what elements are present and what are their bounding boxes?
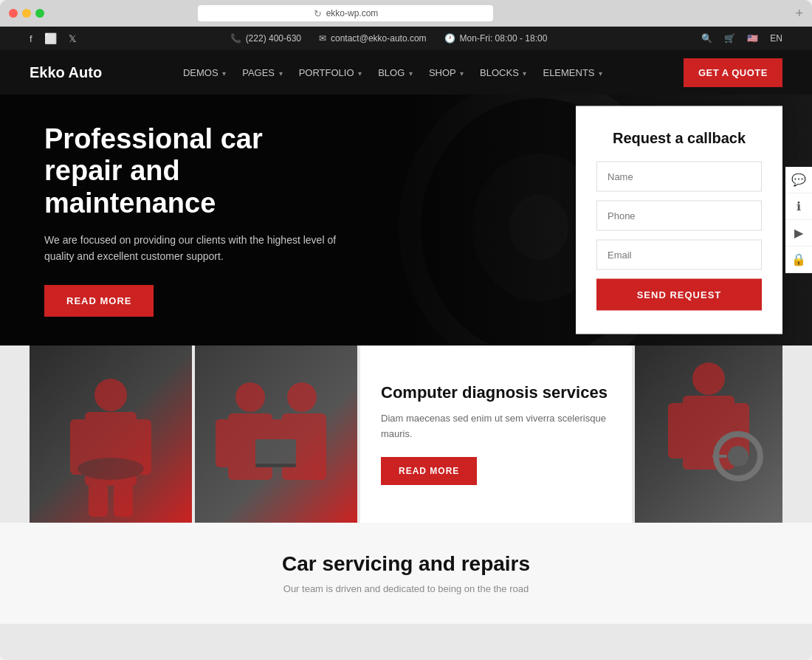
hero-content: Professional car repair and maintenance … bbox=[0, 123, 384, 317]
email-item: ✉ contact@ekko-auto.com bbox=[319, 33, 427, 44]
service-image-1 bbox=[30, 338, 192, 523]
svg-rect-26 bbox=[668, 403, 686, 458]
social-links: f ⬜ 𝕏 bbox=[30, 32, 76, 44]
top-bar-actions: 🔍 🛒 🇺🇸 EN bbox=[701, 33, 782, 44]
new-tab-button[interactable]: + bbox=[795, 6, 803, 21]
phone-number: (222) 400-630 bbox=[246, 33, 301, 44]
email-icon: ✉ bbox=[319, 33, 326, 44]
svg-rect-13 bbox=[89, 484, 108, 517]
mechanic-svg-3 bbox=[642, 353, 775, 508]
svg-rect-25 bbox=[683, 396, 734, 470]
service-read-more-button[interactable]: READ MORE bbox=[381, 457, 477, 485]
mechanic-svg-2 bbox=[210, 369, 343, 517]
top-bar: f ⬜ 𝕏 📞 (222) 400-630 ✉ contact@ekko-aut… bbox=[0, 27, 812, 50]
maximize-button[interactable] bbox=[35, 9, 44, 18]
services-section: Computer diagnosis services Diam maecena… bbox=[0, 346, 812, 523]
language-label[interactable]: EN bbox=[770, 33, 782, 44]
callback-form-title: Request a callback bbox=[596, 130, 762, 147]
nav-shop[interactable]: SHOP ▾ bbox=[423, 63, 469, 83]
service-image-3 bbox=[635, 338, 782, 523]
email-input[interactable] bbox=[596, 240, 762, 270]
clock-icon: 🕐 bbox=[444, 33, 455, 44]
hero-subtitle: We are focused on providing our clients … bbox=[44, 232, 340, 265]
email-address: contact@ekko-auto.com bbox=[331, 33, 427, 44]
nav-elements[interactable]: ELEMENTS ▾ bbox=[537, 63, 608, 83]
svg-rect-14 bbox=[114, 484, 133, 517]
svg-point-24 bbox=[692, 362, 725, 395]
browser-titlebar: ↻ ekko-wp.com + bbox=[0, 0, 812, 27]
svg-rect-30 bbox=[712, 455, 727, 458]
navbar: Ekko Auto DEMOS ▾ PAGES ▾ PORTFOLIO ▾ BL… bbox=[0, 50, 812, 94]
phone-item: 📞 (222) 400-630 bbox=[230, 33, 301, 44]
traffic-lights bbox=[9, 9, 44, 18]
mechanic-svg-1 bbox=[52, 369, 170, 517]
minimize-button[interactable] bbox=[22, 9, 31, 18]
nav-links: DEMOS ▾ PAGES ▾ PORTFOLIO ▾ BLOG ▾ SHOP … bbox=[177, 63, 608, 83]
flag-icon: 🇺🇸 bbox=[747, 33, 758, 44]
url-text: ekko-wp.com bbox=[326, 8, 379, 18]
cart-icon[interactable]: 🛒 bbox=[724, 33, 735, 44]
service-title: Computer diagnosis services bbox=[381, 383, 611, 402]
svg-point-20 bbox=[287, 382, 317, 412]
nav-portfolio[interactable]: PORTFOLIO ▾ bbox=[293, 63, 368, 83]
brand-logo[interactable]: Ekko Auto bbox=[30, 64, 102, 81]
hours-item: 🕐 Mon-Fri: 08:00 - 18:00 bbox=[444, 33, 548, 44]
hero-section: Professional car repair and maintenance … bbox=[0, 94, 812, 346]
twitter-icon[interactable]: 𝕏 bbox=[69, 33, 76, 44]
bottom-subtitle: Our team is driven and dedicated to bein… bbox=[30, 583, 782, 594]
hero-read-more-button[interactable]: READ MORE bbox=[44, 285, 154, 317]
reload-icon[interactable]: ↻ bbox=[314, 8, 322, 19]
hero-title: Professional car repair and maintenance bbox=[44, 123, 340, 220]
lock-side-icon[interactable]: 🔒 bbox=[785, 247, 812, 273]
nav-pages[interactable]: PAGES ▾ bbox=[236, 63, 288, 83]
svg-rect-22 bbox=[255, 439, 296, 465]
callback-form: Request a callback SEND REQUEST bbox=[576, 106, 782, 334]
website: f ⬜ 𝕏 📞 (222) 400-630 ✉ contact@ekko-aut… bbox=[0, 27, 812, 660]
bottom-title: Car servicing and repairs bbox=[30, 552, 782, 576]
search-icon[interactable]: 🔍 bbox=[701, 33, 712, 44]
play-side-icon[interactable]: ▶ bbox=[785, 220, 812, 247]
service-description: Diam maecenas sed enim ut sem viverra sc… bbox=[381, 411, 611, 442]
contact-info: 📞 (222) 400-630 ✉ contact@ekko-auto.com … bbox=[230, 33, 548, 44]
info-side-icon[interactable]: ℹ bbox=[785, 193, 812, 220]
phone-input[interactable] bbox=[596, 201, 762, 231]
send-request-button[interactable]: SEND REQUEST bbox=[596, 279, 762, 311]
service-image-2 bbox=[195, 338, 357, 523]
svg-point-9 bbox=[94, 379, 127, 411]
nav-demos[interactable]: DEMOS ▾ bbox=[177, 63, 232, 83]
phone-icon: 📞 bbox=[230, 33, 241, 44]
get-quote-button[interactable]: GET A QUOTE bbox=[684, 58, 782, 87]
chat-side-icon[interactable]: 💬 bbox=[785, 167, 812, 193]
address-bar[interactable]: ↻ ekko-wp.com bbox=[198, 5, 493, 21]
browser-window: ↻ ekko-wp.com + f ⬜ 𝕏 📞 (222) 400-630 ✉ … bbox=[0, 0, 812, 660]
svg-point-16 bbox=[235, 382, 265, 412]
name-input[interactable] bbox=[596, 162, 762, 192]
svg-rect-18 bbox=[216, 419, 230, 467]
bottom-section: Car servicing and repairs Our team is dr… bbox=[0, 523, 812, 624]
svg-point-15 bbox=[78, 458, 144, 480]
business-hours: Mon-Fri: 08:00 - 18:00 bbox=[460, 33, 548, 44]
close-button[interactable] bbox=[9, 9, 18, 18]
side-icons-panel: 💬 ℹ ▶ 🔒 bbox=[785, 167, 812, 273]
svg-point-29 bbox=[728, 446, 749, 467]
facebook-icon[interactable]: f bbox=[30, 33, 32, 44]
service-card: Computer diagnosis services Diam maecena… bbox=[360, 346, 632, 523]
nav-blog[interactable]: BLOG ▾ bbox=[372, 63, 419, 83]
nav-blocks[interactable]: BLOCKS ▾ bbox=[474, 63, 532, 83]
svg-rect-23 bbox=[255, 464, 296, 467]
instagram-icon[interactable]: ⬜ bbox=[44, 32, 57, 44]
